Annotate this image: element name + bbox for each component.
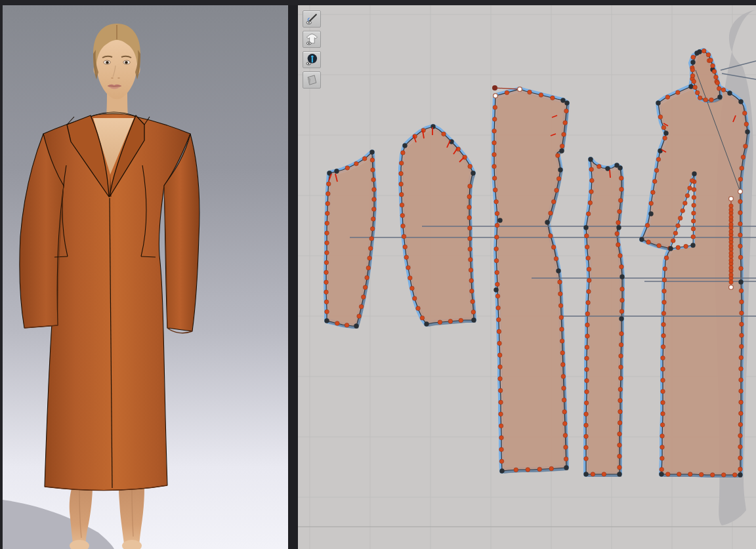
sewing-point[interactable]: [408, 276, 412, 281]
sewing-point[interactable]: [560, 339, 564, 344]
sewing-point[interactable]: [585, 356, 589, 361]
sewing-point[interactable]: [618, 409, 623, 414]
sewing-point[interactable]: [699, 472, 704, 477]
sewing-point[interactable]: [363, 285, 368, 290]
pattern-corner-point[interactable]: [497, 218, 502, 222]
sewing-point[interactable]: [738, 244, 743, 249]
sewing-point[interactable]: [448, 319, 453, 324]
sewing-point[interactable]: [729, 215, 733, 219]
sewing-point[interactable]: [663, 267, 667, 272]
sewing-point[interactable]: [588, 201, 593, 205]
sewing-point[interactable]: [740, 300, 744, 304]
sewing-point[interactable]: [324, 300, 329, 304]
sewing-point[interactable]: [496, 306, 501, 310]
sewing-point[interactable]: [739, 344, 744, 349]
pattern-corner-point[interactable]: [688, 84, 693, 89]
sewing-point[interactable]: [652, 179, 657, 184]
grading-point[interactable]: [492, 85, 497, 91]
sewing-point[interactable]: [324, 290, 329, 295]
sewing-point[interactable]: [495, 282, 500, 287]
selected-point[interactable]: [729, 197, 734, 201]
sewing-point[interactable]: [399, 171, 404, 176]
pattern-corner-point[interactable]: [471, 317, 476, 322]
pattern-corner-point[interactable]: [499, 468, 504, 473]
sewing-point[interactable]: [586, 212, 591, 216]
sewing-point[interactable]: [401, 151, 406, 155]
pattern-corner-point[interactable]: [738, 472, 742, 477]
sewing-point[interactable]: [494, 247, 499, 251]
pattern-corner-point[interactable]: [559, 148, 564, 153]
sewing-point[interactable]: [554, 256, 558, 261]
sewing-point[interactable]: [620, 187, 624, 192]
sewing-point[interactable]: [685, 193, 690, 198]
sewing-point[interactable]: [326, 192, 331, 196]
sewing-point[interactable]: [468, 164, 472, 169]
pattern-corner-point[interactable]: [738, 99, 743, 104]
sewing-point[interactable]: [369, 236, 374, 241]
sewing-point[interactable]: [602, 472, 606, 477]
pattern-corner-point[interactable]: [738, 279, 743, 284]
sewing-point[interactable]: [560, 351, 565, 356]
sewing-point[interactable]: [563, 121, 568, 125]
sewing-point[interactable]: [468, 237, 472, 241]
sewing-point[interactable]: [684, 244, 688, 249]
sewing-point[interactable]: [498, 365, 503, 369]
sewing-point[interactable]: [370, 227, 375, 232]
pattern-corner-point[interactable]: [639, 237, 644, 241]
sewing-point[interactable]: [618, 454, 622, 458]
pattern-corner-point[interactable]: [648, 211, 653, 216]
sewing-point[interactable]: [468, 184, 472, 189]
sewing-point[interactable]: [619, 342, 623, 347]
sewing-point[interactable]: [469, 279, 474, 283]
sewing-point[interactable]: [698, 96, 702, 100]
sewing-point[interactable]: [739, 367, 744, 371]
sewing-point[interactable]: [561, 375, 566, 379]
sewing-point[interactable]: [662, 312, 666, 316]
sewing-point[interactable]: [616, 220, 621, 225]
sewing-point[interactable]: [372, 188, 377, 192]
sewing-point[interactable]: [492, 152, 497, 157]
sewing-point[interactable]: [658, 115, 663, 119]
sewing-point[interactable]: [671, 239, 675, 243]
sewing-point[interactable]: [739, 266, 744, 271]
sewing-point[interactable]: [740, 333, 744, 338]
sewing-point[interactable]: [729, 230, 733, 234]
viewport-divider[interactable]: [288, 5, 298, 549]
sewing-point[interactable]: [738, 177, 743, 182]
sewing-point[interactable]: [539, 93, 543, 98]
sewing-point[interactable]: [562, 386, 566, 391]
pattern-corner-point[interactable]: [558, 167, 562, 172]
sewing-point[interactable]: [615, 232, 620, 236]
sewing-point[interactable]: [559, 315, 564, 320]
sewing-point[interactable]: [688, 472, 692, 477]
sewing-point[interactable]: [468, 226, 472, 231]
sewing-point[interactable]: [738, 255, 743, 260]
pattern-corner-point[interactable]: [369, 150, 374, 154]
sewing-point[interactable]: [660, 445, 665, 449]
sewing-point[interactable]: [662, 289, 667, 294]
selected-point[interactable]: [738, 190, 743, 194]
pattern-corner-point[interactable]: [668, 246, 673, 251]
sewing-point[interactable]: [492, 117, 497, 121]
pattern-corner-point[interactable]: [545, 220, 549, 224]
sewing-point[interactable]: [661, 378, 665, 382]
sewing-point[interactable]: [738, 233, 743, 237]
sewing-point[interactable]: [585, 312, 590, 316]
pattern-corner-point[interactable]: [690, 243, 695, 247]
sewing-point[interactable]: [551, 96, 555, 100]
sewing-point[interactable]: [619, 376, 623, 380]
sewing-point[interactable]: [690, 178, 694, 183]
sewing-point[interactable]: [469, 258, 473, 262]
sewing-point[interactable]: [345, 166, 350, 171]
sewing-point[interactable]: [695, 91, 700, 95]
sewing-point[interactable]: [586, 256, 591, 260]
sewing-point[interactable]: [738, 445, 743, 449]
show-stitches-button[interactable]: [303, 10, 321, 28]
sewing-point[interactable]: [365, 275, 369, 280]
sewing-point[interactable]: [564, 445, 568, 450]
sewing-point[interactable]: [325, 310, 329, 314]
pattern-corner-point[interactable]: [424, 321, 429, 326]
sewing-point[interactable]: [326, 201, 330, 206]
sewing-point[interactable]: [402, 234, 406, 239]
sewing-point[interactable]: [371, 168, 375, 173]
